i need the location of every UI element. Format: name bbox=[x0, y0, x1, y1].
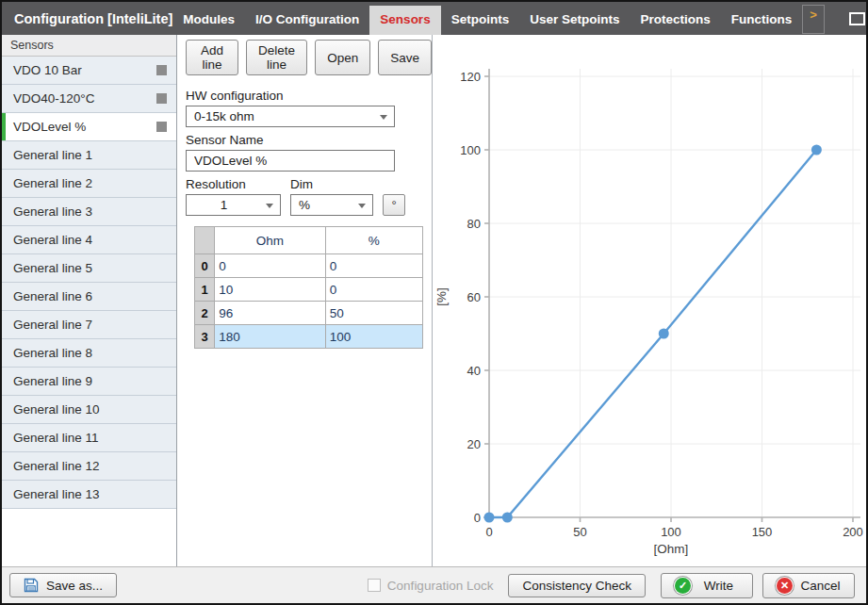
sidebar-item-general-line-13[interactable]: General line 13 bbox=[2, 481, 176, 509]
chevron-down-icon bbox=[380, 115, 387, 120]
sidebar-item-general-line-12[interactable]: General line 12 bbox=[2, 452, 176, 481]
resolution-select[interactable]: 1 bbox=[186, 194, 281, 216]
cell-ohm-3[interactable]: 180 bbox=[215, 325, 325, 349]
cell-pct-1[interactable]: 0 bbox=[325, 278, 422, 302]
open-button[interactable]: Open bbox=[315, 40, 370, 75]
main-tabs: Modules I/O Configuration Sensors Setpoi… bbox=[172, 2, 824, 35]
table-row: 0 0 0 bbox=[195, 254, 423, 278]
svg-text:[%]: [%] bbox=[434, 287, 449, 306]
footer-bar: Save as... Configuration Lock Consistenc… bbox=[2, 566, 866, 603]
cancel-button[interactable]: ✕ Cancel bbox=[762, 573, 855, 598]
chevron-down-icon bbox=[358, 204, 366, 208]
tab-sensors[interactable]: Sensors bbox=[369, 6, 440, 35]
sensor-toolbar: Add line Delete line Open Save bbox=[177, 35, 432, 81]
maximize-icon[interactable] bbox=[849, 12, 865, 25]
svg-text:0: 0 bbox=[474, 511, 481, 525]
sensor-name-input[interactable] bbox=[186, 150, 395, 172]
sidebar-item-general-line-10[interactable]: General line 10 bbox=[2, 396, 176, 424]
cell-pct-2[interactable]: 50 bbox=[325, 302, 422, 325]
sidebar-item-general-line-4[interactable]: General line 4 bbox=[2, 226, 176, 254]
resolution-label: Resolution bbox=[186, 177, 290, 191]
sensor-points-table: Ohm % 0 0 0 1 10 0 2 96 bbox=[194, 226, 423, 349]
cell-ohm-0[interactable]: 0 bbox=[215, 254, 325, 278]
svg-text:120: 120 bbox=[460, 70, 481, 84]
hw-configuration-select[interactable]: 0-15k ohm bbox=[186, 106, 395, 127]
sidebar-empty-space bbox=[2, 509, 176, 566]
tab-user-setpoints[interactable]: User Setpoints bbox=[519, 6, 630, 35]
sidebar-item-general-line-7[interactable]: General line 7 bbox=[2, 311, 176, 339]
window-controls: ✕ bbox=[849, 2, 868, 35]
sidebar-item-general-line-3[interactable]: General line 3 bbox=[2, 198, 176, 226]
sensor-square-icon bbox=[156, 65, 167, 75]
cell-ohm-2[interactable]: 96 bbox=[215, 302, 325, 325]
sensor-editor-panel: Add line Delete line Open Save HW config… bbox=[177, 35, 433, 566]
configuration-lock-group: Configuration Lock bbox=[368, 579, 494, 593]
tab-functions[interactable]: Functions bbox=[721, 6, 803, 35]
dim-select[interactable]: % bbox=[290, 194, 373, 216]
svg-text:100: 100 bbox=[661, 525, 681, 539]
save-as-button[interactable]: Save as... bbox=[9, 573, 117, 597]
sensor-curve-chart: 020406080100120050100150200[Ohm][%] bbox=[433, 35, 866, 566]
table-row: 2 96 50 bbox=[195, 302, 423, 325]
chart-svg: 020406080100120050100150200[Ohm][%] bbox=[433, 35, 867, 566]
chevron-down-icon bbox=[266, 204, 273, 208]
cancel-x-icon: ✕ bbox=[777, 578, 793, 594]
dim-label: Dim bbox=[290, 177, 313, 191]
floppy-disk-icon bbox=[24, 578, 39, 593]
tab-setpoints[interactable]: Setpoints bbox=[441, 6, 520, 35]
main-region: Sensors VDO 10 Bar VDO40-120°C VDOLevel … bbox=[2, 35, 866, 566]
sidebar-item-vdo-10-bar[interactable]: VDO 10 Bar bbox=[2, 57, 176, 85]
sensor-form: HW configuration 0-15k ohm Sensor Name R… bbox=[177, 81, 432, 349]
cell-pct-3[interactable]: 100 bbox=[325, 325, 422, 349]
sensor-square-icon bbox=[156, 122, 167, 132]
sidebar-header: Sensors bbox=[2, 35, 176, 57]
sensor-square-icon bbox=[156, 93, 167, 104]
svg-text:60: 60 bbox=[467, 290, 481, 304]
column-header-ohm: Ohm bbox=[215, 227, 325, 254]
cell-ohm-1[interactable]: 10 bbox=[215, 278, 325, 302]
sidebar-item-general-line-11[interactable]: General line 11 bbox=[2, 424, 176, 452]
sidebar-item-general-line-5[interactable]: General line 5 bbox=[2, 254, 176, 283]
sensor-name-label: Sensor Name bbox=[186, 133, 423, 147]
save-button[interactable]: Save bbox=[378, 40, 432, 75]
tab-modules[interactable]: Modules bbox=[172, 6, 245, 35]
svg-text:150: 150 bbox=[752, 525, 773, 539]
write-button[interactable]: ✓ Write bbox=[661, 573, 753, 598]
hw-configuration-label: HW configuration bbox=[186, 89, 423, 103]
delete-line-button[interactable]: Delete line bbox=[246, 40, 307, 75]
tab-protections[interactable]: Protections bbox=[630, 6, 720, 35]
svg-text:20: 20 bbox=[467, 437, 481, 451]
sidebar-item-vdolevel[interactable]: VDOLevel % bbox=[2, 113, 176, 141]
table-row: 1 10 0 bbox=[195, 278, 423, 302]
table-row-selected: 3 180 100 bbox=[195, 325, 423, 349]
sidebar-item-general-line-6[interactable]: General line 6 bbox=[2, 283, 176, 311]
sidebar-item-general-line-8[interactable]: General line 8 bbox=[2, 339, 176, 368]
sensors-sidebar: Sensors VDO 10 Bar VDO40-120°C VDOLevel … bbox=[2, 35, 177, 566]
sidebar-item-general-line-2[interactable]: General line 2 bbox=[2, 170, 176, 198]
svg-text:100: 100 bbox=[460, 143, 481, 157]
configuration-lock-label: Configuration Lock bbox=[387, 579, 494, 593]
svg-text:80: 80 bbox=[467, 217, 481, 231]
consistency-check-button[interactable]: Consistency Check bbox=[508, 574, 646, 597]
corner-cell bbox=[195, 227, 215, 254]
sidebar-item-vdo40-120c[interactable]: VDO40-120°C bbox=[2, 85, 176, 113]
svg-text:40: 40 bbox=[467, 364, 481, 378]
tab-io-configuration[interactable]: I/O Configuration bbox=[245, 6, 369, 35]
column-header-pct: % bbox=[325, 227, 422, 254]
cell-pct-0[interactable]: 0 bbox=[325, 254, 422, 278]
configuration-lock-checkbox[interactable] bbox=[368, 579, 381, 592]
svg-text:200: 200 bbox=[843, 525, 863, 539]
sidebar-item-general-line-9[interactable]: General line 9 bbox=[2, 368, 176, 396]
table-header-row: Ohm % bbox=[195, 227, 423, 254]
tab-overflow-button[interactable]: > bbox=[802, 5, 825, 34]
svg-text:[Ohm]: [Ohm] bbox=[654, 542, 689, 556]
svg-text:0: 0 bbox=[485, 525, 492, 539]
svg-text:50: 50 bbox=[573, 525, 586, 539]
write-check-icon: ✓ bbox=[675, 578, 691, 594]
title-tab-bar: Configuration [InteliLite] Modules I/O C… bbox=[2, 2, 866, 35]
degree-button[interactable]: ° bbox=[383, 194, 405, 216]
window-title: Configuration [InteliLite] bbox=[2, 11, 172, 26]
add-line-button[interactable]: Add line bbox=[186, 40, 238, 75]
app-window: Configuration [InteliLite] Modules I/O C… bbox=[0, 0, 868, 605]
sidebar-item-general-line-1[interactable]: General line 1 bbox=[2, 141, 176, 170]
